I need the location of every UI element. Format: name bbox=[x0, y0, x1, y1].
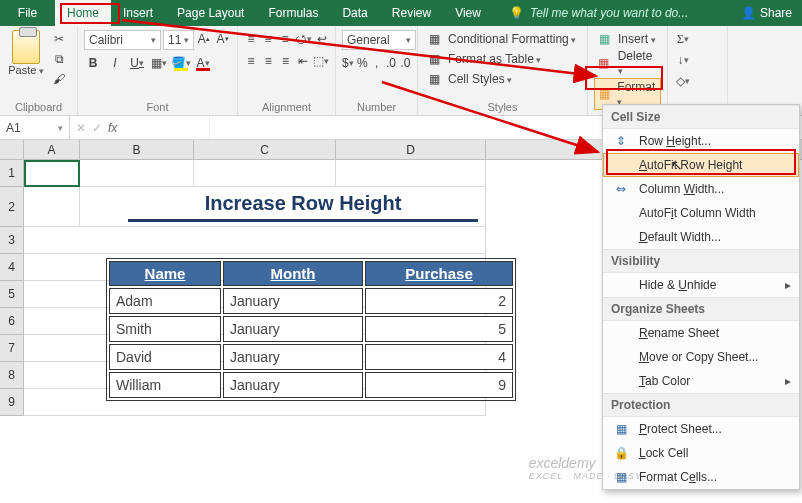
cell-row3[interactable] bbox=[24, 227, 486, 254]
th-purchase[interactable]: Purchase bbox=[365, 261, 513, 286]
font-color-button[interactable]: A bbox=[194, 54, 212, 72]
td-name[interactable]: Adam bbox=[109, 288, 221, 314]
tab-insert[interactable]: Insert bbox=[111, 0, 165, 26]
tab-review[interactable]: Review bbox=[380, 0, 443, 26]
name-box[interactable]: A1▾ bbox=[0, 116, 70, 139]
tab-data[interactable]: Data bbox=[330, 0, 379, 26]
comma-format-icon[interactable]: , bbox=[371, 54, 382, 72]
th-month[interactable]: Month bbox=[223, 261, 363, 286]
paste-button[interactable]: Paste bbox=[6, 30, 46, 76]
td-month[interactable]: January bbox=[223, 316, 363, 342]
fill-button[interactable]: ↓ bbox=[674, 51, 692, 69]
decrease-decimal-icon[interactable]: .0 bbox=[400, 54, 411, 72]
clear-button[interactable]: ◇ bbox=[674, 72, 692, 90]
share-button[interactable]: 👤 Share bbox=[731, 0, 802, 26]
td-name[interactable]: Smith bbox=[109, 316, 221, 342]
td-name[interactable]: William bbox=[109, 372, 221, 398]
align-bottom-icon[interactable]: ≡ bbox=[278, 30, 292, 48]
table-icon: ▦ bbox=[426, 51, 442, 67]
dd-default-width[interactable]: Default Width... bbox=[603, 225, 799, 249]
cell-C1[interactable] bbox=[194, 160, 336, 187]
increase-font-icon[interactable]: A▴ bbox=[196, 30, 213, 48]
select-all-corner[interactable] bbox=[0, 140, 24, 159]
align-left-icon[interactable]: ≡ bbox=[244, 52, 258, 70]
decrease-font-icon[interactable]: A▾ bbox=[214, 30, 231, 48]
fill-color-button[interactable]: 🪣 bbox=[172, 54, 190, 72]
align-right-icon[interactable]: ≡ bbox=[279, 52, 293, 70]
copy-icon[interactable]: ⧉ bbox=[50, 50, 68, 68]
td-month[interactable]: January bbox=[223, 344, 363, 370]
delete-cells-button[interactable]: ▦Delete bbox=[594, 48, 661, 78]
dd-rename-sheet[interactable]: Rename Sheet bbox=[603, 321, 799, 345]
td-month[interactable]: January bbox=[223, 288, 363, 314]
percent-format-icon[interactable]: % bbox=[357, 54, 368, 72]
col-D[interactable]: D bbox=[336, 140, 486, 159]
cut-icon[interactable]: ✂ bbox=[50, 30, 68, 48]
dd-autofit-column-width[interactable]: AutoFit Column Width bbox=[603, 201, 799, 225]
dd-move-copy-sheet[interactable]: Move or Copy Sheet... bbox=[603, 345, 799, 369]
dd-protect-sheet[interactable]: ▦Protect Sheet... bbox=[603, 417, 799, 441]
orientation-icon[interactable]: ⭯ bbox=[295, 30, 312, 48]
row-6[interactable]: 6 bbox=[0, 308, 24, 335]
dd-column-width[interactable]: ⇔Column Width... bbox=[603, 177, 799, 201]
merge-icon[interactable]: ⬚ bbox=[313, 52, 329, 70]
tab-formulas[interactable]: Formulas bbox=[256, 0, 330, 26]
row-3[interactable]: 3 bbox=[0, 227, 24, 254]
insert-cells-button[interactable]: ▦Insert bbox=[594, 30, 658, 48]
row-5[interactable]: 5 bbox=[0, 281, 24, 308]
name-box-value: A1 bbox=[6, 121, 21, 135]
conditional-formatting-button[interactable]: ▦Conditional Formatting bbox=[424, 30, 581, 48]
italic-button[interactable]: I bbox=[106, 54, 124, 72]
tab-file[interactable]: File bbox=[0, 0, 55, 26]
row-4[interactable]: 4 bbox=[0, 254, 24, 281]
autosum-button[interactable]: Σ bbox=[674, 30, 692, 48]
row-2[interactable]: 2 bbox=[0, 187, 24, 227]
cancel-icon[interactable]: ✕ bbox=[76, 121, 86, 135]
tab-view[interactable]: View bbox=[443, 0, 493, 26]
format-painter-icon[interactable]: 🖌 bbox=[50, 70, 68, 88]
border-button[interactable]: ▦ bbox=[150, 54, 168, 72]
row-9[interactable]: 9 bbox=[0, 389, 24, 416]
td-purchase[interactable]: 9 bbox=[365, 372, 513, 398]
cell-D1[interactable] bbox=[336, 160, 486, 187]
dd-tab-color[interactable]: Tab Color▸ bbox=[603, 369, 799, 393]
td-purchase[interactable]: 4 bbox=[365, 344, 513, 370]
decrease-indent-icon[interactable]: ⇤ bbox=[296, 52, 310, 70]
wrap-text-icon[interactable]: ↩ bbox=[315, 30, 329, 48]
align-middle-icon[interactable]: ≡ bbox=[261, 30, 275, 48]
cell-B1[interactable] bbox=[80, 160, 194, 187]
dd-hide-unhide[interactable]: Hide & Unhide▸ bbox=[603, 273, 799, 297]
format-as-table-button[interactable]: ▦Format as Table bbox=[424, 50, 581, 68]
dd-row-height[interactable]: ⇕Row Height... bbox=[603, 129, 799, 153]
align-top-icon[interactable]: ≡ bbox=[244, 30, 258, 48]
font-name-select[interactable]: Calibri▾ bbox=[84, 30, 161, 50]
fx-icon[interactable]: fx bbox=[108, 121, 117, 135]
tab-home[interactable]: Home bbox=[55, 0, 111, 26]
align-center-icon[interactable]: ≡ bbox=[261, 52, 275, 70]
accounting-format-icon[interactable]: $ bbox=[342, 54, 354, 72]
cell-A1[interactable] bbox=[24, 160, 80, 187]
cell-A2[interactable] bbox=[24, 187, 80, 227]
font-size-select[interactable]: 11▾ bbox=[163, 30, 193, 50]
increase-decimal-icon[interactable]: .0 bbox=[385, 54, 396, 72]
bold-button[interactable]: B bbox=[84, 54, 102, 72]
tell-me[interactable]: 💡 Tell me what you want to do... bbox=[493, 0, 731, 26]
row-1[interactable]: 1 bbox=[0, 160, 24, 187]
number-format-select[interactable]: General▾ bbox=[342, 30, 416, 50]
td-purchase[interactable]: 5 bbox=[365, 316, 513, 342]
td-purchase[interactable]: 2 bbox=[365, 288, 513, 314]
tab-page-layout[interactable]: Page Layout bbox=[165, 0, 256, 26]
td-month[interactable]: January bbox=[223, 372, 363, 398]
underline-button[interactable]: U bbox=[128, 54, 146, 72]
dd-autofit-row-height[interactable]: AutoFit Row Height↖ bbox=[603, 153, 799, 177]
row-7[interactable]: 7 bbox=[0, 335, 24, 362]
cell-styles-button[interactable]: ▦Cell Styles bbox=[424, 70, 581, 88]
enter-icon[interactable]: ✓ bbox=[92, 121, 102, 135]
th-name[interactable]: Name bbox=[109, 261, 221, 286]
col-A[interactable]: A bbox=[24, 140, 80, 159]
col-B[interactable]: B bbox=[80, 140, 194, 159]
row-8[interactable]: 8 bbox=[0, 362, 24, 389]
col-C[interactable]: C bbox=[194, 140, 336, 159]
td-name[interactable]: David bbox=[109, 344, 221, 370]
protect-icon: ▦ bbox=[611, 422, 631, 436]
